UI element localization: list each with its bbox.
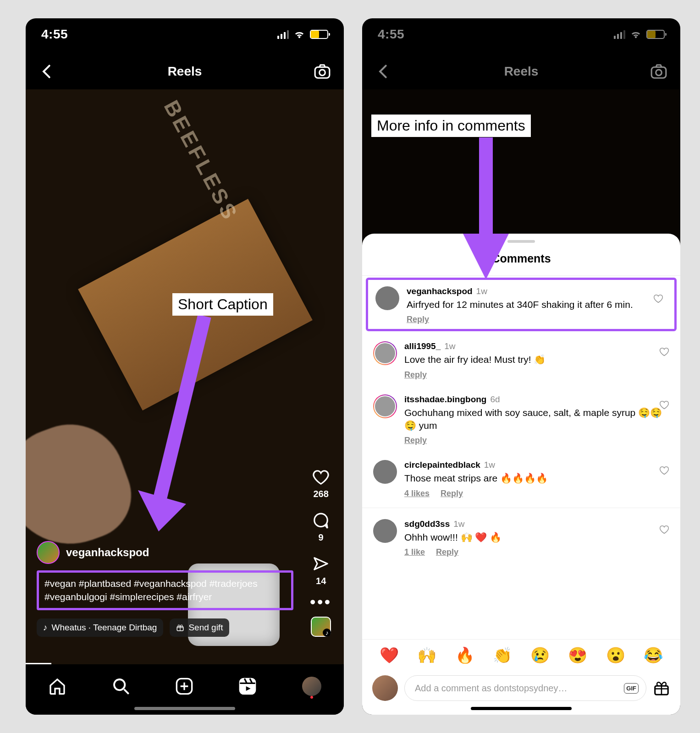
- comment-row[interactable]: itsshadae.bingbong6dGochuhang mixed with…: [362, 386, 680, 452]
- send-gift-pill[interactable]: Send gift: [170, 618, 229, 637]
- comment-likes[interactable]: 4 likes: [404, 489, 430, 498]
- comment-text: Gochuhang mixed with soy sauce, salt, & …: [404, 406, 669, 432]
- create-icon[interactable]: [175, 677, 193, 695]
- status-bar: 4:55: [362, 18, 680, 50]
- arrow-icon: [131, 312, 223, 550]
- avatar: [37, 541, 60, 564]
- emoji-row: ❤️🙌🔥👏😢😍😮😂: [362, 639, 680, 671]
- comment-time: 1w: [453, 519, 464, 529]
- action-rail: 268 9 14 •••: [310, 469, 332, 637]
- home-indicator[interactable]: [134, 707, 235, 710]
- emoji-quick-react[interactable]: 😮: [606, 646, 625, 664]
- comment-row[interactable]: alli1995_1wLove the air fry idea! Must t…: [362, 333, 680, 386]
- heart-icon: [312, 469, 330, 486]
- header: Reels: [362, 55, 680, 88]
- comment-text: Love the air fry idea! Must try! 👏: [404, 353, 669, 366]
- avatar[interactable]: [373, 394, 397, 418]
- caption-text[interactable]: #vegan #plantbased #veganhackspod #trade…: [44, 577, 286, 603]
- caption-highlight: #vegan #plantbased #veganhackspod #trade…: [37, 570, 293, 610]
- header-title: Reels: [362, 64, 680, 79]
- comment-text: Airfryed for 12 minutes at 340F shaking …: [407, 298, 667, 311]
- emoji-quick-react[interactable]: 🙌: [417, 646, 436, 664]
- reel-meta: veganhackspod #vegan #plantbased #veganh…: [37, 541, 293, 637]
- comment-username[interactable]: itsshadae.bingbong: [404, 394, 486, 404]
- comment-row[interactable]: circlepaintedblack1wThose meat strips ar…: [362, 452, 680, 504]
- my-avatar[interactable]: [372, 675, 398, 701]
- music-note-icon: ♪: [43, 623, 48, 633]
- svg-rect-6: [240, 678, 255, 694]
- search-icon[interactable]: [112, 677, 130, 695]
- comment-input[interactable]: Add a comment as dontstopsydney… GIF: [404, 675, 646, 701]
- comment-icon: [312, 512, 330, 530]
- comments-sheet: Comments veganhackspod1wAirfryed for 12 …: [362, 234, 680, 715]
- like-comment-button[interactable]: [653, 294, 663, 306]
- emoji-quick-react[interactable]: 👏: [493, 646, 512, 664]
- emoji-quick-react[interactable]: 😂: [644, 646, 663, 664]
- emoji-quick-react[interactable]: 🔥: [455, 646, 474, 664]
- status-time: 4:55: [378, 27, 404, 42]
- wifi-icon: [293, 30, 305, 39]
- reply-button[interactable]: Reply: [441, 489, 463, 498]
- like-button[interactable]: 268: [312, 469, 330, 499]
- svg-point-4: [114, 679, 125, 690]
- comment-button[interactable]: 9: [312, 512, 330, 543]
- status-time: 4:55: [41, 27, 68, 42]
- gif-button[interactable]: GIF: [624, 683, 639, 694]
- send-icon: [312, 556, 330, 573]
- gift-icon: [176, 624, 184, 632]
- phone-reel-view: 4:55 Reels BEEFLESS 268 9: [26, 18, 344, 715]
- svg-point-2: [314, 514, 328, 527]
- like-comment-button[interactable]: [659, 465, 669, 477]
- reply-button[interactable]: Reply: [436, 547, 458, 557]
- phone-comments-view: 4:55 Reels More info in comments Comment…: [362, 18, 680, 715]
- like-comment-button[interactable]: [659, 525, 669, 536]
- battery-icon: [646, 30, 665, 39]
- signal-icon: [277, 30, 289, 39]
- battery-icon: [310, 30, 328, 39]
- like-comment-button[interactable]: [659, 400, 669, 412]
- wifi-icon: [630, 30, 642, 39]
- annotation-more-info: More info in comments: [371, 115, 531, 137]
- emoji-quick-react[interactable]: 😍: [568, 646, 587, 664]
- home-indicator[interactable]: [471, 707, 572, 710]
- audio-tile[interactable]: [311, 617, 331, 637]
- comments-list[interactable]: veganhackspod1wAirfryed for 12 minutes a…: [362, 276, 680, 639]
- avatar[interactable]: [373, 460, 397, 484]
- avatar[interactable]: [373, 341, 397, 365]
- comment-time: 6d: [490, 394, 500, 404]
- status-bar: 4:55: [26, 18, 344, 50]
- home-icon[interactable]: [48, 677, 66, 695]
- like-comment-button[interactable]: [659, 347, 669, 359]
- comment-username[interactable]: circlepaintedblack: [404, 460, 480, 470]
- gift-icon[interactable]: [653, 679, 670, 697]
- reels-icon[interactable]: [238, 677, 257, 695]
- signal-icon: [614, 30, 625, 39]
- sound-pill[interactable]: ♪Wheatus · Teenage Dirtbag: [37, 618, 163, 637]
- header: Reels: [26, 55, 344, 88]
- comment-time: 1w: [484, 460, 495, 470]
- comment-text: Ohhh wow!!! 🙌 ❤️ 🔥: [404, 531, 669, 544]
- share-button[interactable]: 14: [312, 556, 330, 586]
- emoji-quick-react[interactable]: 😢: [530, 646, 550, 664]
- avatar[interactable]: [373, 519, 397, 543]
- header-title: Reels: [26, 64, 344, 79]
- reply-button[interactable]: Reply: [404, 370, 427, 380]
- arrow-icon: [449, 137, 523, 289]
- comment-likes[interactable]: 1 like: [404, 547, 425, 557]
- profile-tab[interactable]: [302, 677, 321, 696]
- comment-time: 1w: [444, 341, 455, 351]
- reply-button[interactable]: Reply: [407, 315, 429, 324]
- more-button[interactable]: •••: [310, 599, 332, 604]
- reply-button[interactable]: Reply: [404, 436, 427, 445]
- comment-username[interactable]: alli1995_: [404, 341, 441, 351]
- emoji-quick-react[interactable]: ❤️: [380, 646, 399, 664]
- avatar[interactable]: [375, 286, 399, 310]
- comment-text: Those meat strips are 🔥🔥🔥🔥: [404, 472, 669, 485]
- comment-row[interactable]: sdg0dd3ss1wOhhh wow!!! 🙌 ❤️ 🔥1 likeReply: [362, 511, 680, 563]
- comment-username[interactable]: sdg0dd3ss: [404, 519, 450, 529]
- annotation-short-caption: Short Caption: [172, 293, 273, 316]
